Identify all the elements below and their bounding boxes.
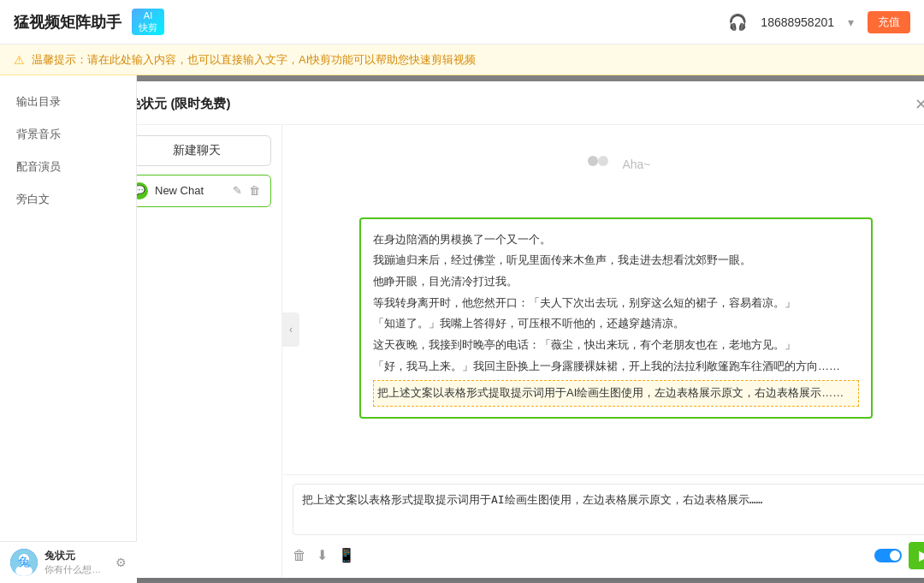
story-line-1: 在身边陪酒的男模换了一个又一个。 (373, 229, 859, 251)
chat-placeholder: Aha~ (296, 139, 924, 207)
user-desc: 你有什么想问兔状元的... (44, 563, 109, 576)
aha-text: Aha~ (622, 158, 650, 171)
warning-icon: ⚠ (14, 53, 25, 67)
modal-subtitle: (限时免费) (170, 96, 230, 110)
chat-item[interactable]: 💬 New Chat ✎ 🗑 (137, 175, 271, 207)
ai-badge: AI 快剪 (132, 9, 164, 34)
send-icon: ▶ (919, 547, 924, 563)
delete-icon[interactable]: 🗑 (247, 182, 262, 199)
chat-main: Aha~ 在身边陪酒的男模换了一个又一个。 我蹦迪归来后，经过佛堂，听见里面传来… (282, 125, 924, 578)
toggle-area (874, 549, 902, 562)
chat-input-icons: 🗑 ⬇ 📱 (293, 547, 355, 563)
story-line-5: 「知道了。」我嘴上答得好，可压根不听他的，还越穿越清凉。 (373, 313, 859, 335)
settings-icon[interactable]: ⚙ (116, 556, 127, 569)
story-line-7: 「好，我马上来。」我回主卧换上一身露腰裸妹裙，开上我的法拉利敞篷跑车往酒吧的方向… (373, 356, 859, 378)
sidebar-item-narration[interactable]: 旁白文 (0, 183, 136, 216)
toggle-switch[interactable] (874, 549, 902, 562)
chat-sidebar: 新建聊天 💬 New Chat ✎ 🗑 (137, 125, 282, 578)
header-left: 猛视频矩阵助手 AI 快剪 (14, 9, 164, 34)
new-chat-button[interactable]: 新建聊天 (137, 135, 271, 166)
header-right: 🎧 18688958201 ▾ 充值 (728, 11, 910, 33)
chat-item-actions: ✎ 🗑 (231, 182, 262, 199)
phone-arrow: ▾ (848, 15, 854, 29)
modal-body: 新建聊天 💬 New Chat ✎ 🗑 (137, 125, 924, 578)
sidebar-item-voice[interactable]: 配音演员 (0, 151, 136, 183)
story-line-3: 他睁开眼，目光清冷打过我。 (373, 271, 859, 293)
modal-dialog: 免状元 (限时免费) ✕ 新建聊天 💬 New Chat (137, 81, 924, 578)
user-name: 兔状元 (44, 549, 109, 563)
modal-title-area: 免状元 (限时免费) (137, 96, 230, 112)
recharge-button[interactable]: 充值 (868, 11, 910, 33)
edit-icon[interactable]: ✎ (231, 182, 244, 199)
story-line-4: 等我转身离开时，他您然开口：「夫人下次出去玩，别穿这么短的裙子，容易着凉。」 (373, 293, 859, 314)
download-icon[interactable]: ⬇ (317, 547, 328, 563)
modal-header: 免状元 (限时免费) ✕ (137, 81, 924, 125)
story-line-2: 我蹦迪归来后，经过佛堂，听见里面传来木鱼声，我走进去想看沈郊野一眼。 (373, 250, 859, 271)
bottom-user-bar: 兔 兔状元 你有什么想问兔状元的... ⚙ (0, 541, 137, 583)
chat-input-field[interactable] (293, 484, 924, 535)
chat-content-area: Aha~ 在身边陪酒的男模换了一个又一个。 我蹦迪归来后，经过佛堂，听见里面传来… (282, 125, 924, 474)
phone-number: 18688958201 (761, 15, 834, 29)
sidebar: 输出目录 背景音乐 配音演员 旁白文 (0, 75, 137, 583)
whatsapp-icon[interactable]: 📱 (338, 547, 355, 563)
aha-avatar (581, 144, 615, 178)
svg-point-0 (588, 156, 598, 166)
svg-point-1 (598, 156, 608, 166)
user-info: 兔状元 你有什么想问兔状元的... (44, 549, 109, 576)
story-line-8: 把上述文案以表格形式提取提示词用于AI绘画生图使用，左边表格展示原文，右边表格展… (373, 380, 859, 407)
headset-icon: 🎧 (728, 13, 747, 32)
content-area: 免状元 (限时免费) ✕ 新建聊天 💬 New Chat (137, 75, 924, 583)
warning-bar: ⚠ 温馨提示：请在此处输入内容，也可以直接输入文字，AI快剪功能可以帮助您快速剪… (0, 45, 924, 75)
chat-item-label: New Chat (155, 184, 224, 197)
send-area: ▶ 机器人 在这里 (868, 542, 924, 569)
chat-bubble-icon: 💬 (137, 185, 145, 196)
chat-input-area: 🗑 ⬇ 📱 (282, 474, 924, 578)
sidebar-collapse-button[interactable]: ‹ (282, 312, 299, 347)
modal-close-button[interactable]: ✕ (909, 95, 924, 114)
main-area: 输出目录 背景音乐 配音演员 旁白文 免状元 (限时免费) ✕ (0, 75, 924, 583)
header: 猛视频矩阵助手 AI 快剪 🎧 18688958201 ▾ 充值 (0, 0, 924, 45)
sidebar-item-music[interactable]: 背景音乐 (0, 118, 136, 151)
logo: 猛视频矩阵助手 (14, 12, 121, 33)
chat-item-icon: 💬 (137, 182, 148, 199)
story-text-block: 在身边陪酒的男模换了一个又一个。 我蹦迪归来后，经过佛堂，听见里面传来木鱼声，我… (359, 217, 873, 419)
warning-text: 温馨提示：请在此处输入内容，也可以直接输入文字，AI快剪功能可以帮助您快速剪辑视… (32, 52, 476, 68)
modal-title: 免状元 (137, 96, 167, 110)
story-line-6: 这天夜晚，我接到时晚亭的电话：「薇尘，快出来玩，有个老朋友也在，老地方见。」 (373, 335, 859, 356)
chat-input-toolbar: 🗑 ⬇ 📱 (293, 542, 924, 569)
send-btn-wrapper: ▶ 机器人 在这里 (909, 542, 924, 569)
sidebar-item-output[interactable]: 输出目录 (0, 86, 136, 118)
send-button[interactable]: ▶ (909, 542, 924, 569)
svg-text:兔: 兔 (18, 555, 30, 568)
app-background: 猛视频矩阵助手 AI 快剪 🎧 18688958201 ▾ 充值 ⚠ 温馨提示：… (0, 0, 924, 583)
chat-outer: Aha~ 在身边陪酒的男模换了一个又一个。 我蹦迪归来后，经过佛堂，听见里面传来… (282, 125, 924, 578)
delete-input-icon[interactable]: 🗑 (293, 548, 306, 563)
user-avatar: 兔 (10, 549, 38, 576)
